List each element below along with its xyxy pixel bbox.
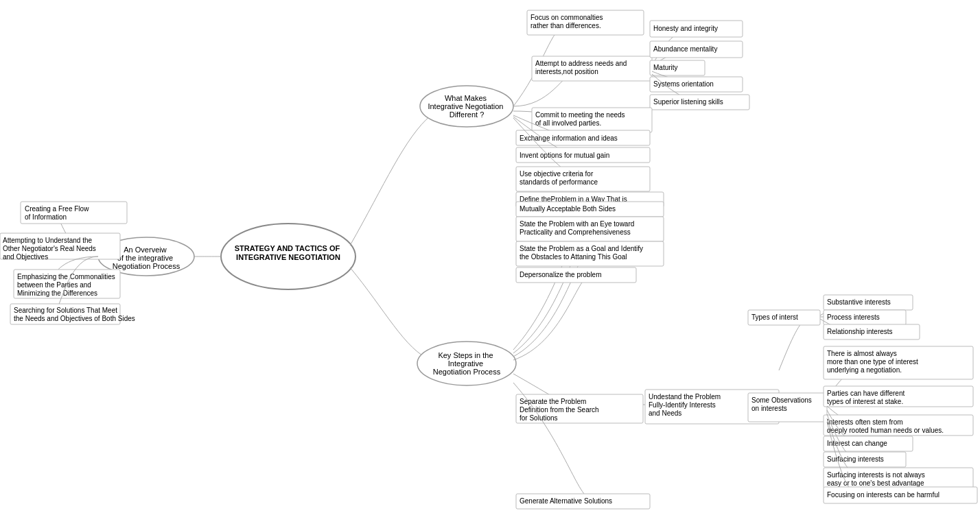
maturity: Maturity xyxy=(653,64,678,71)
focus-commonalities: Focus on commonalties rather than differ… xyxy=(530,14,605,29)
types-interest: Types of interst xyxy=(751,313,798,321)
interest-change: Interest can change xyxy=(827,440,887,447)
use-objective: Use objective criteria for standards of … xyxy=(520,170,598,186)
depersonalize: Depersonalize the problem xyxy=(520,271,602,278)
mindmap-svg: STRATEGY AND TACTICS OF INTEGRATIVE NEGO… xyxy=(0,0,980,513)
process-interests: Process interests xyxy=(827,313,880,321)
state-problem-goal: State the Problem as a Goal and Identify… xyxy=(520,245,645,261)
relationship-interests: Relationship interests xyxy=(827,328,893,335)
focusing-harmful: Focusing on interests can be harmful xyxy=(827,491,940,499)
substantive: Substantive interests xyxy=(827,298,891,306)
center-label: STRATEGY AND TACTICS OF INTEGRATIVE NEGO… xyxy=(235,244,342,261)
invent-options: Invent options for mutual gain xyxy=(520,152,609,159)
generate-alternatives: Generate Alternative Solutions xyxy=(520,497,612,505)
left-branch-4: Searching for Solutions That Meet the Ne… xyxy=(14,307,135,322)
parties-different: Parties can have different types of inte… xyxy=(827,390,907,405)
honesty: Honesty and integrity xyxy=(653,25,718,32)
mutually-acceptable: Mutually Acceptable Both Sides xyxy=(520,205,616,213)
listening: Superior listening skills xyxy=(653,98,723,106)
abundance: Abundance mentality xyxy=(653,45,717,53)
systems: Systems orientation xyxy=(653,80,714,88)
state-problem-practicality: State the Problem with an Eye toward Pra… xyxy=(520,220,636,236)
surfacing: Surfacing interests xyxy=(827,455,884,463)
